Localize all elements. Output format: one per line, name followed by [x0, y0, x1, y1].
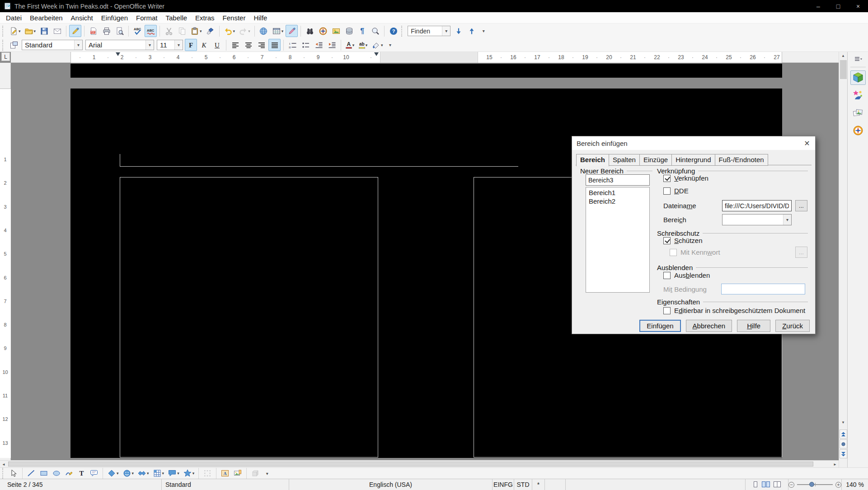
- section-list[interactable]: Bereich1Bereich2: [586, 187, 650, 293]
- zoom-level[interactable]: 140 %: [842, 479, 868, 490]
- next-page-button[interactable]: [840, 449, 847, 458]
- find-input[interactable]: Finden: [408, 28, 442, 35]
- chevron-down-icon[interactable]: ▾: [783, 215, 791, 225]
- open-folder-button[interactable]: ▾: [23, 25, 38, 37]
- dropdown-arrow-icon[interactable]: ▾: [282, 29, 284, 33]
- help-button[interactable]: ?: [387, 25, 399, 37]
- pdf-export-button[interactable]: PDF: [87, 25, 99, 37]
- section-combobox[interactable]: ▾: [722, 214, 792, 225]
- menu-format[interactable]: Format: [132, 12, 162, 23]
- sidebar-tab-clipart-gallery[interactable]: [850, 88, 866, 103]
- toolbar-grip[interactable]: [2, 468, 5, 479]
- formatting-marks-button[interactable]: ¶: [356, 25, 368, 37]
- new-document-button[interactable]: ▾: [8, 25, 22, 37]
- selection-mode-indicator[interactable]: STD: [514, 479, 532, 490]
- dde-checkbox[interactable]: [663, 187, 671, 195]
- dropdown-arrow-icon[interactable]: ▾: [162, 471, 164, 476]
- page-style-indicator[interactable]: Standard: [162, 479, 289, 490]
- tab-fuß-endnoten[interactable]: Fuß-/Endnoten: [715, 154, 768, 166]
- tab-spalten[interactable]: Spalten: [609, 154, 640, 166]
- restore-button[interactable]: □: [828, 0, 848, 12]
- text-frame-border[interactable]: [120, 166, 518, 167]
- zoom-slider[interactable]: [797, 484, 833, 485]
- font-color-button[interactable]: A▾: [344, 39, 356, 51]
- menu-ansicht[interactable]: Ansicht: [67, 12, 97, 23]
- scroll-right-button[interactable]: ►: [831, 461, 839, 468]
- menu-bearbeiten[interactable]: Bearbeiten: [26, 12, 67, 23]
- link-checkbox-row[interactable]: Verknüpfen: [663, 174, 708, 182]
- dialog-close-button[interactable]: ✕: [799, 136, 815, 150]
- book-view-button[interactable]: [773, 481, 782, 488]
- link-checkbox[interactable]: [663, 175, 671, 182]
- tab-bereich[interactable]: Bereich: [576, 154, 609, 167]
- page-1-bottom[interactable]: [70, 64, 782, 78]
- condition-input[interactable]: [721, 284, 805, 294]
- sidebar-tab-properties-cube[interactable]: [850, 70, 866, 85]
- stars-button[interactable]: ▾: [182, 468, 196, 479]
- zoom-in-button[interactable]: +: [835, 482, 841, 488]
- italic-button[interactable]: K: [198, 39, 210, 51]
- align-center-button[interactable]: [242, 39, 254, 51]
- menu-hilfe[interactable]: Hilfe: [249, 12, 271, 23]
- background-color-button[interactable]: ▾: [370, 39, 385, 51]
- vertical-ruler[interactable]: 12345678910111213: [0, 63, 11, 460]
- callouts-button[interactable]: ▾: [166, 468, 181, 479]
- data-sources-button[interactable]: [343, 25, 355, 37]
- menu-datei[interactable]: Datei: [2, 12, 26, 23]
- styles-panel-button[interactable]: [8, 39, 20, 51]
- image-from-file-button[interactable]: [232, 468, 244, 479]
- help-button[interactable]: Hilfe: [737, 320, 770, 332]
- freeform-line-button[interactable]: [63, 468, 75, 479]
- navigation-button[interactable]: [840, 439, 847, 448]
- numbering-button[interactable]: III: [286, 39, 299, 51]
- dropdown-arrow-icon[interactable]: ▾: [192, 471, 195, 476]
- back-button[interactable]: Zurück: [775, 320, 810, 332]
- toolbar-overflow-button[interactable]: ▾: [387, 42, 394, 47]
- print-button[interactable]: [100, 25, 113, 37]
- filename-browse-button[interactable]: ...: [795, 200, 807, 211]
- sidebar-tab-navigator-compass[interactable]: [850, 123, 866, 138]
- toolbar-overflow-button[interactable]: ▾: [480, 28, 487, 33]
- menu-fenster[interactable]: Fenster: [219, 12, 250, 23]
- callout-frame-button[interactable]: [88, 468, 100, 479]
- scroll-down-button[interactable]: ▼: [839, 419, 847, 426]
- dropdown-arrow-icon[interactable]: ▾: [248, 29, 250, 33]
- dropdown-arrow-icon[interactable]: ▾: [233, 29, 235, 33]
- draw-line-button[interactable]: [25, 468, 37, 479]
- align-justify-button[interactable]: [268, 39, 281, 51]
- indent-marker[interactable]: [374, 52, 379, 56]
- menu-einf-gen[interactable]: Einfügen: [97, 12, 132, 23]
- dropdown-arrow-icon[interactable]: ▾: [147, 471, 149, 476]
- dropdown-arrow-icon[interactable]: ▾: [117, 471, 119, 476]
- protect-checkbox[interactable]: [663, 237, 671, 244]
- tab-einzüge[interactable]: Einzüge: [639, 154, 672, 166]
- minimize-button[interactable]: –: [808, 0, 828, 12]
- sidebar-menu-button[interactable]: [851, 55, 865, 64]
- section-list-item[interactable]: Bereich1: [586, 188, 649, 197]
- table-button[interactable]: ▾: [271, 25, 285, 37]
- scroll-up-button[interactable]: ▲: [839, 52, 847, 60]
- insert-mode-indicator[interactable]: EINFG: [493, 479, 514, 490]
- vertical-scrollbar[interactable]: ▲ ▼: [839, 52, 847, 467]
- horizontal-scroll-thumb[interactable]: [8, 462, 813, 467]
- find-replace-button[interactable]: [304, 25, 316, 37]
- indent-decrease-button[interactable]: [313, 39, 325, 51]
- basic-shapes-button[interactable]: ▾: [106, 468, 120, 479]
- hide-checkbox-row[interactable]: Ausblenden: [663, 271, 710, 279]
- gallery-button[interactable]: [330, 25, 342, 37]
- flowchart-button[interactable]: ▾: [151, 468, 166, 479]
- find-search-box[interactable]: Finden ▾: [408, 26, 450, 36]
- zoom-button[interactable]: [369, 25, 381, 37]
- toolbar-grip[interactable]: [2, 26, 5, 37]
- toolbar-grip[interactable]: [401, 26, 404, 37]
- text-frame-border[interactable]: [120, 154, 120, 166]
- scroll-left-button[interactable]: ◄: [0, 461, 7, 468]
- menu-tabelle[interactable]: Tabelle: [162, 12, 192, 23]
- dropdown-arrow-icon[interactable]: ▾: [366, 43, 368, 47]
- tab-stop-selector[interactable]: L: [1, 52, 10, 61]
- draw-rectangle-button[interactable]: [38, 468, 50, 479]
- dialog-title-bar[interactable]: Bereich einfügen: [572, 136, 815, 150]
- hyperlink-button[interactable]: [258, 25, 270, 37]
- dropdown-arrow-icon[interactable]: ▾: [200, 29, 202, 33]
- dropdown-arrow-icon[interactable]: ▾: [381, 43, 383, 47]
